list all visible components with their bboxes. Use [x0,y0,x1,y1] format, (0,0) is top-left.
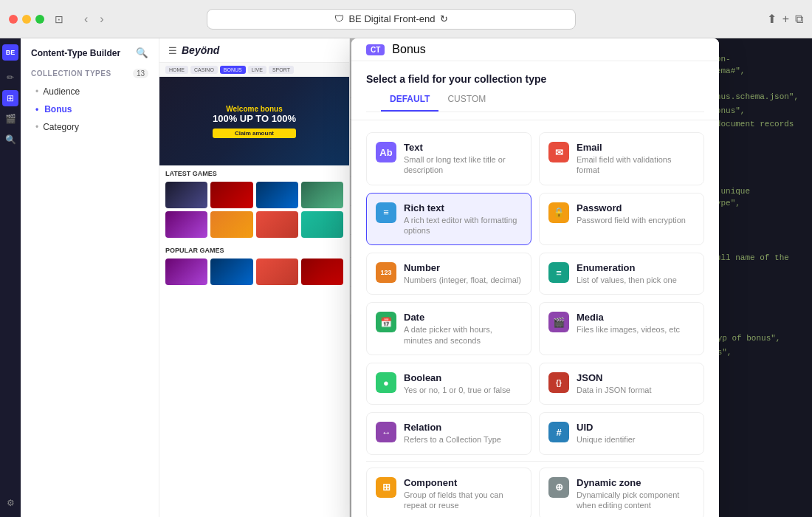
field-option-desc: Email field with validations format [577,154,695,176]
field-option-password[interactable]: 🔒 Password Password field with encryptio… [539,193,704,246]
game-thumb[interactable] [256,258,298,285]
field-option-name: Dynamic zone [577,477,695,488]
field-option-media[interactable]: 🎬 Media Files like images, videos, etc [539,302,704,355]
hamburger-icon: ☰ [168,45,177,56]
game-thumb[interactable] [301,182,343,208]
game-thumb[interactable] [256,211,298,238]
sidebar-toggle-btn[interactable]: ⊡ [50,12,68,27]
field-option-content: Email Email field with validations forma… [577,142,695,176]
password-icon: 🔒 [548,202,569,223]
modal-overlay: ☰ Beyönd HOME CASINO BONUS LIVE SPORT We… [159,38,812,517]
maximize-button[interactable] [35,15,44,24]
field-select-modal: CT Bonus Select a field for your collect… [351,38,719,517]
nav-sidebar-header: Content-Type Builder 🔍 [21,38,159,64]
field-option-content: Dynamic zone Dynamically pick component … [577,477,695,511]
collection-types-header: COLLECTION TYPES 13 [21,64,159,83]
field-option-content: UID Unique identifier [577,422,695,445]
modal-tabs: DEFAULT CUSTOM [366,88,704,112]
field-option-relation[interactable]: ↔ Relation Refers to a Collection Type [366,412,531,454]
share-btn[interactable]: ⬆ [767,12,777,26]
field-option-component[interactable]: ⊞ Component Group of fields that you can… [366,468,531,517]
component-icon: ⊞ [376,477,396,498]
game-thumb[interactable] [210,258,252,285]
preview-hero: Welcome bonus 100% UP TO 100% Claim amou… [159,77,349,165]
preview-panel: ☰ Beyönd HOME CASINO BONUS LIVE SPORT We… [159,38,350,517]
field-option-name: Media [577,312,695,323]
back-nav-btn[interactable]: ‹ [80,11,92,27]
field-option-desc: Yes or no, 1 or 0, true or false [404,385,522,395]
preview-popular-grid [165,258,343,285]
field-option-desc: Dynamically pick component when editing … [577,490,695,511]
field-option-content: Number Numbers (integer, float, decimal) [404,262,522,285]
game-thumb[interactable] [210,182,252,208]
game-thumb[interactable] [210,211,252,238]
minimize-button[interactable] [22,15,31,24]
address-bar[interactable]: 🛡 BE Digital Front-end ↻ [207,9,576,30]
app-name: Content-Type Builder [31,48,120,58]
boolean-icon: ● [376,372,396,393]
game-thumb[interactable] [165,258,207,285]
media-icon: 🎬 [548,312,569,332]
relation-icon: ↔ [376,422,396,442]
field-option-name: Email [577,142,695,153]
modal-tab-default[interactable]: DEFAULT [381,88,438,112]
new-tab-btn[interactable]: + [782,12,789,26]
richtext-icon: ≡ [376,202,396,223]
main-content: ← Back Bonus Build the data architecture… [159,38,812,517]
forward-nav-btn[interactable]: › [95,11,108,27]
field-option-content: Rich text A rich text editor with format… [404,202,522,236]
game-thumb[interactable] [301,258,343,285]
number-icon: 123 [376,262,396,283]
field-option-date[interactable]: 📅 Date A date picker with hours, minutes… [366,302,531,355]
preview-popular-section: POPULAR GAMES [159,242,349,290]
modal-tab-custom[interactable]: CUSTOM [438,88,495,112]
close-button[interactable] [9,15,18,24]
nav-strip: HOME CASINO BONUS LIVE SPORT [159,63,349,77]
field-option-richtext[interactable]: ≡ Rich text A rich text editor with form… [366,193,531,246]
game-thumb[interactable] [301,211,343,238]
field-option-boolean[interactable]: ● Boolean Yes or no, 1 or 0, true or fal… [366,363,531,405]
sidebar-item-audience[interactable]: • Audience [21,83,159,100]
nav-btn-1[interactable]: HOME [165,66,188,74]
sidebar-item-bonus[interactable]: Bonus [21,100,159,118]
game-thumb[interactable] [256,182,298,208]
preview-popular-title: POPULAR GAMES [165,247,343,254]
field-option-content: Component Group of fields that you can r… [404,477,522,511]
field-option-content: Relation Refers to a Collection Type [404,422,522,445]
nav-dot: • [35,86,38,97]
sidebar-icon-media[interactable]: 🎬 [2,111,18,127]
field-option-text[interactable]: Ab Text Small or long text like title or… [366,132,531,185]
game-thumb[interactable] [165,211,207,238]
field-option-desc: A date picker with hours, minutes and se… [404,324,522,346]
field-option-dynamic[interactable]: ⊕ Dynamic zone Dynamically pick componen… [539,468,704,517]
modal-title: Select a field for your collection type [366,73,704,85]
sidebar-icon-search[interactable]: 🔍 [2,131,18,148]
field-option-email[interactable]: ✉ Email Email field with validations for… [539,132,704,185]
field-option-number[interactable]: 123 Number Numbers (integer, float, deci… [366,253,531,295]
nav-search-btn[interactable]: 🔍 [136,47,148,58]
preview-logo: Beyönd [182,44,219,56]
game-thumb[interactable] [165,182,207,208]
collection-types-count: 13 [133,69,148,78]
field-option-enum[interactable]: ≡ Enumeration List of values, then pick … [539,253,704,295]
field-option-desc: Files like images, videos, etc [577,324,695,335]
ct-badge: CT [366,44,385,55]
sidebar-icon-edit[interactable]: ✏ [2,69,18,86]
sidebar-icon-content-type[interactable]: ⊞ [2,90,18,106]
nav-btn-5[interactable]: SPORT [269,66,294,74]
field-option-uid[interactable]: # UID Unique identifier [539,412,704,454]
nav-btn-4[interactable]: LIVE [248,66,266,74]
field-option-json[interactable]: {} JSON Data in JSON format [539,363,704,405]
tabs-btn[interactable]: ⧉ [795,12,803,26]
preview-header: ☰ Beyönd [159,38,349,63]
field-option-desc: List of values, then pick one [577,275,695,285]
sidebar-icon-settings[interactable]: ⚙ [2,495,18,511]
nav-btn-3[interactable]: BONUS [220,66,246,74]
sidebar-item-category[interactable]: • Category [21,118,159,136]
refresh-icon: ↻ [440,13,448,24]
field-option-name: Password [577,202,695,213]
preview-hero-text: Welcome bonus 100% UP TO 100% Claim amou… [213,105,296,138]
modal-body: Ab Text Small or long text like title or… [351,120,719,517]
preview-games-grid [165,182,343,238]
nav-btn-2[interactable]: CASINO [190,66,218,74]
